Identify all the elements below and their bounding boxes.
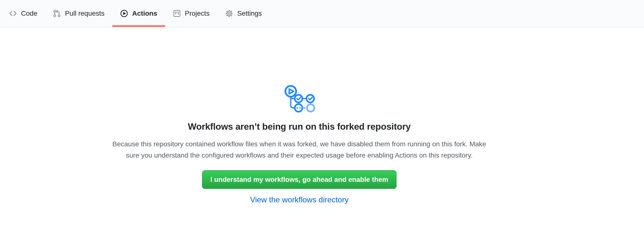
view-workflows-directory-link[interactable]: View the workflows directory (250, 195, 348, 204)
tab-code[interactable]: Code (1, 0, 45, 27)
project-icon (173, 10, 181, 17)
workflow-graph-icon (282, 83, 316, 115)
play-icon (120, 10, 128, 17)
tab-label: Pull requests (65, 10, 104, 17)
actions-blankslate: Workflows aren’t being run on this forke… (0, 28, 598, 204)
tab-settings[interactable]: Settings (218, 0, 270, 27)
tab-projects[interactable]: Projects (165, 0, 218, 27)
tab-pull-requests[interactable]: Pull requests (45, 0, 112, 27)
tab-label: Code (21, 10, 38, 17)
tab-label: Settings (237, 10, 262, 17)
tab-actions[interactable]: Actions (112, 0, 165, 27)
repo-nav: Code Pull requests Actions (0, 0, 644, 28)
tab-label: Actions (132, 10, 157, 17)
blankslate-title: Workflows aren’t being run on this forke… (0, 121, 598, 133)
gear-icon (225, 10, 233, 17)
enable-workflows-button[interactable]: I understand my workflows, go ahead and … (202, 170, 396, 189)
description-line-1: Because this repository contained workfl… (0, 138, 598, 150)
blankslate-description: Because this repository contained workfl… (0, 138, 598, 161)
description-line-2: sure you understand the configured workf… (0, 150, 598, 161)
git-pull-request-icon (53, 10, 61, 17)
code-icon (9, 10, 17, 17)
tab-label: Projects (185, 10, 210, 17)
